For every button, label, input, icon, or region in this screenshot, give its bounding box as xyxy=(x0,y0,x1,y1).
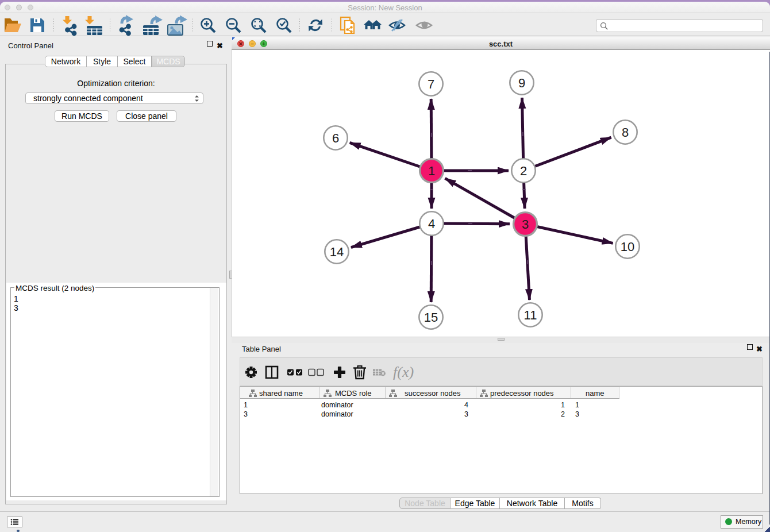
svg-text:6: 6 xyxy=(332,131,339,145)
svg-text:f(x): f(x) xyxy=(393,364,414,380)
svg-text:2: 2 xyxy=(520,164,527,178)
svg-text:14: 14 xyxy=(330,245,344,259)
svg-text:7: 7 xyxy=(428,77,434,91)
svg-text:10: 10 xyxy=(621,240,634,254)
svg-text:4: 4 xyxy=(428,217,435,231)
svg-text:9: 9 xyxy=(518,76,525,90)
svg-text:11: 11 xyxy=(524,308,537,322)
svg-text:8: 8 xyxy=(622,125,629,140)
svg-text:3: 3 xyxy=(522,217,529,232)
svg-text:15: 15 xyxy=(424,310,438,325)
svg-text:1: 1 xyxy=(428,164,435,178)
